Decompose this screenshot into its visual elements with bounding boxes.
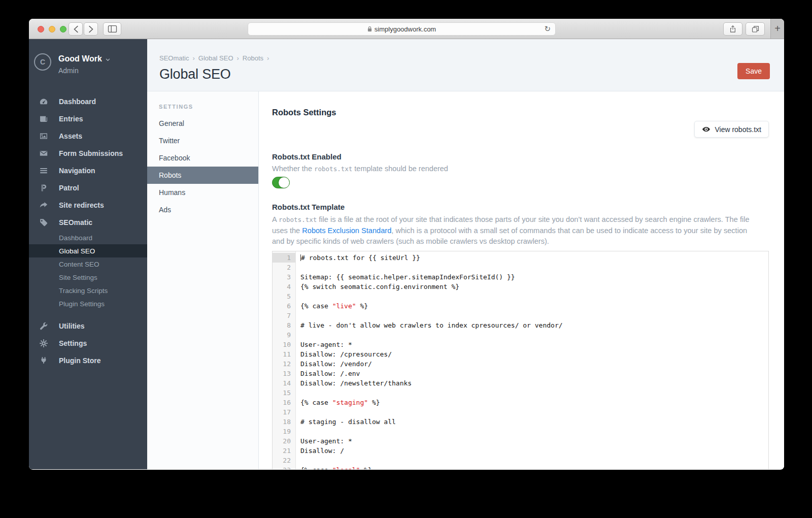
inline-code: robots.txt bbox=[314, 165, 352, 173]
sidebar-item-label: Settings bbox=[59, 339, 87, 347]
settings-menu-item-facebook[interactable]: Facebook bbox=[147, 149, 258, 167]
sidebar-toggle-button[interactable] bbox=[103, 22, 121, 36]
sidebar-item-assets[interactable]: Assets bbox=[29, 127, 147, 145]
sidebar-item-label: Entries bbox=[59, 115, 83, 123]
code-line: Disallow: /newsletter/thanks bbox=[300, 378, 768, 388]
address-bar[interactable]: simplygoodwork.com ↻ bbox=[248, 22, 556, 36]
breadcrumb: SEOmatic›Global SEO›Robots› bbox=[159, 54, 784, 62]
code-line: # live - don't allow web crawlers to ind… bbox=[300, 320, 768, 330]
plug-icon bbox=[39, 356, 48, 365]
tab-overview-button[interactable] bbox=[746, 22, 765, 36]
sidebar-subitem-dashboard[interactable]: Dashboard bbox=[29, 231, 147, 244]
gear-icon bbox=[39, 339, 48, 348]
line-number: 12 bbox=[273, 359, 295, 369]
sidebar-nav: DashboardEntriesAssetsForm SubmissionsNa… bbox=[29, 93, 147, 231]
sidebar-item-label: Site redirects bbox=[59, 201, 104, 209]
line-number: 3 bbox=[273, 272, 295, 282]
breadcrumb-separator: › bbox=[237, 54, 239, 62]
robots-exclusion-standard-link[interactable]: Robots Exclusion Standard bbox=[302, 226, 391, 235]
reload-icon[interactable]: ↻ bbox=[544, 24, 551, 34]
line-number: 1 bbox=[273, 253, 295, 263]
traffic-lights bbox=[38, 26, 66, 33]
line-number: 4 bbox=[273, 282, 295, 292]
zoom-window-button[interactable] bbox=[60, 26, 66, 33]
url-text: simplygoodwork.com bbox=[375, 25, 436, 33]
settings-menu-item-robots[interactable]: Robots bbox=[147, 167, 258, 184]
settings-menu-item-twitter[interactable]: Twitter bbox=[147, 132, 258, 149]
page-header: SEOmatic›Global SEO›Robots› Global SEO S… bbox=[147, 39, 784, 91]
sidebar-item-site-redirects[interactable]: Site redirects bbox=[29, 197, 147, 214]
sidebar-item-seomatic[interactable]: SEOmatic bbox=[29, 214, 147, 231]
sidebar-item-form-submissions[interactable]: Form Submissions bbox=[29, 145, 147, 162]
robots-template-field: Robots.txt Template A robots.txt file is… bbox=[272, 203, 769, 469]
sidebar-item-settings[interactable]: Settings bbox=[29, 335, 147, 352]
sidebar-subitem-plugin-settings[interactable]: Plugin Settings bbox=[29, 297, 147, 310]
chevron-down-icon bbox=[105, 57, 111, 62]
robots-enabled-toggle[interactable] bbox=[272, 177, 290, 188]
line-number: 2 bbox=[273, 263, 295, 272]
code-line: {% switch seomatic.config.environment %} bbox=[300, 282, 768, 292]
breadcrumb-seomatic[interactable]: SEOmatic bbox=[159, 54, 189, 62]
wrench-icon bbox=[39, 321, 48, 331]
view-robots-txt-button[interactable]: View robots.txt bbox=[694, 121, 769, 138]
breadcrumb-separator: › bbox=[193, 54, 195, 62]
sidebar-subitem-tracking-scripts[interactable]: Tracking Scripts bbox=[29, 284, 147, 297]
minimize-window-button[interactable] bbox=[49, 26, 55, 33]
settings-menu-item-general[interactable]: General bbox=[147, 115, 258, 132]
browser-titlebar: simplygoodwork.com ↻ + bbox=[29, 19, 784, 39]
sidebar-subitem-content-seo[interactable]: Content SEO bbox=[29, 257, 147, 271]
robots-template-label: Robots.txt Template bbox=[272, 203, 769, 211]
view-robots-txt-label: View robots.txt bbox=[715, 125, 761, 134]
menu-bars-icon bbox=[39, 166, 48, 175]
account-role: Admin bbox=[58, 67, 79, 75]
robots-template-instructions: A robots.txt file is a file at the root … bbox=[272, 214, 754, 247]
newspaper-icon bbox=[39, 114, 48, 123]
eye-icon bbox=[702, 125, 710, 134]
sidebar-item-label: Utilities bbox=[59, 322, 85, 330]
sidebar-subitem-site-settings[interactable]: Site Settings bbox=[29, 271, 147, 284]
back-button[interactable] bbox=[69, 22, 83, 36]
settings-menu-item-humans[interactable]: Humans bbox=[147, 184, 258, 201]
sidebar-item-utilities[interactable]: Utilities bbox=[29, 317, 147, 335]
sidebar-subitem-global-seo[interactable]: Global SEO bbox=[29, 244, 147, 257]
line-number: 8 bbox=[273, 320, 295, 330]
robots-enabled-label: Robots.txt Enabled bbox=[272, 152, 769, 161]
code-line: {% case "live" %} bbox=[300, 301, 768, 311]
sidebar-item-label: Navigation bbox=[59, 167, 95, 175]
close-window-button[interactable] bbox=[38, 26, 44, 33]
sidebar-item-entries[interactable]: Entries bbox=[29, 110, 147, 127]
sidebar-item-label: SEOmatic bbox=[59, 218, 92, 226]
robots-settings-panel: Robots Settings View robots.txt Robots.t… bbox=[259, 91, 784, 469]
code-line: # staging - disallow all bbox=[300, 417, 768, 427]
code-line bbox=[300, 388, 768, 398]
new-tab-button[interactable]: + bbox=[770, 19, 784, 39]
line-number: 7 bbox=[273, 311, 295, 320]
code-line bbox=[300, 263, 768, 272]
sidebar-item-navigation[interactable]: Navigation bbox=[29, 162, 147, 179]
chevron-left-icon bbox=[73, 25, 79, 33]
code-line: Sitemap: {{ seomatic.helper.sitemapIndex… bbox=[300, 272, 768, 282]
photo-icon bbox=[39, 132, 48, 141]
line-number: 20 bbox=[273, 436, 295, 446]
line-number: 17 bbox=[273, 407, 295, 417]
share-button[interactable] bbox=[723, 22, 742, 36]
line-number: 6 bbox=[273, 301, 295, 311]
code-line: Disallow: /cpresources/ bbox=[300, 349, 768, 359]
breadcrumb-global-seo[interactable]: Global SEO bbox=[198, 54, 233, 62]
robots-enabled-field: Robots.txt Enabled Whether the robots.tx… bbox=[272, 152, 769, 188]
editor-code-area[interactable]: # robots.txt for {{ siteUrl }}Sitemap: {… bbox=[296, 251, 768, 470]
account-header[interactable]: C Good Work Admin bbox=[29, 39, 147, 89]
instruction-text: Whether the bbox=[272, 165, 314, 173]
settings-menu-item-ads[interactable]: Ads bbox=[147, 201, 258, 218]
tabs-overview-icon bbox=[751, 25, 760, 34]
sidebar-item-patrol[interactable]: Patrol bbox=[29, 179, 147, 197]
sidebar-item-plugin-store[interactable]: Plugin Store bbox=[29, 352, 147, 369]
line-number: 21 bbox=[273, 446, 295, 456]
text-cursor bbox=[300, 254, 301, 261]
section-title: Robots Settings bbox=[272, 108, 769, 117]
breadcrumb-robots[interactable]: Robots bbox=[243, 54, 263, 62]
save-button[interactable]: Save bbox=[737, 63, 770, 79]
forward-button[interactable] bbox=[84, 22, 98, 36]
line-number: 22 bbox=[273, 456, 295, 465]
sidebar-item-dashboard[interactable]: Dashboard bbox=[29, 93, 147, 110]
